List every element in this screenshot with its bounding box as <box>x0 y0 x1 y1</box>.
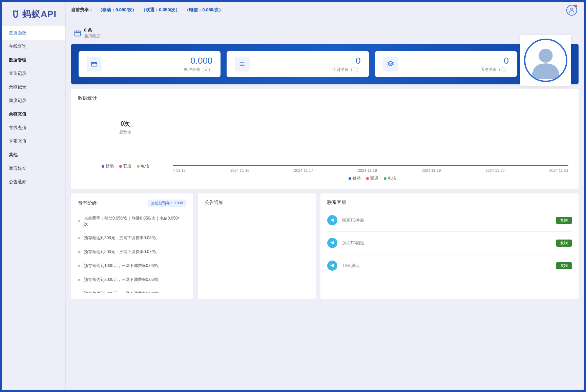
stat-balance-value: 0.000 <box>108 56 212 66</box>
legend2-unicom: 联通 <box>370 176 378 181</box>
telegram-icon <box>327 261 337 271</box>
chart-date-2: 2024-11-17 <box>294 168 313 172</box>
chart-x-axis <box>173 165 568 166</box>
stat-today-label: 今日消费（元） <box>256 67 360 73</box>
quota-label: 通用额度 <box>84 33 100 39</box>
legend2-mobile: 移动 <box>353 176 361 181</box>
rate-tier-panel: 费率阶级 当前总预存：0.000 当前费率：移动0.050/次｜联通0.050/… <box>71 193 193 299</box>
tier-item: 预存额达到5000元，三网下调费率0.04/次 <box>78 287 183 293</box>
nav-home[interactable]: 首页面板 <box>2 26 65 40</box>
calendar-icon <box>74 29 81 37</box>
quota-value: 0 条 <box>84 27 100 33</box>
nav-online-recharge[interactable]: 在线充值 <box>2 121 65 135</box>
rate-tier-badge: 当前总预存：0.000 <box>148 200 186 207</box>
contact-item-tg-service: 联系TG客服 复制 <box>327 209 572 232</box>
svg-point-12 <box>539 49 552 63</box>
stat-balance-label: 账户余额（元） <box>108 67 212 73</box>
telegram-icon <box>327 215 337 225</box>
notice-title: 公告通知 <box>205 200 309 206</box>
chart-date-1: 2024-11-16 <box>230 168 249 172</box>
list-icon <box>235 57 250 71</box>
telegram-icon <box>327 238 337 248</box>
tier-item: 当前费率：移动0.050/次｜联通0.050/次｜电信0.050/次 <box>78 211 183 231</box>
contact-label: 联系TG客服 <box>342 218 551 223</box>
chart-legend-right: 移动 联通 电信 <box>173 176 572 181</box>
svg-point-2 <box>571 8 573 10</box>
nav-online-query[interactable]: 在线查询 <box>2 40 65 53</box>
stat-banner: 0.000 账户余额（元） 0 今日消费（元） <box>71 44 579 84</box>
chart-date-0: 4-11-15 <box>173 168 186 172</box>
user-avatar-icon[interactable] <box>566 5 577 16</box>
chart-title: 数据统计 <box>78 95 572 101</box>
tier-item: 预存额达到3000元，三网下调费率0.05/次 <box>78 273 183 287</box>
stat-history: 0 历史消费（元） <box>375 51 517 77</box>
stat-today-value: 0 <box>256 56 360 66</box>
chart-date-5: 2024-11-20 <box>485 168 504 172</box>
contact-title: 联系客服 <box>327 200 572 206</box>
layers-icon <box>383 57 398 71</box>
contact-label: TG机器人 <box>342 263 551 269</box>
app-root: 蚂蚁API 首页面板 在线查询 数据管理 查询记录 余额记录 额度记录 余额充值… <box>2 2 584 390</box>
rate-telecom: （电信：0.050/次） <box>185 7 223 13</box>
rate-tier-title: 费率阶级 <box>78 200 97 206</box>
tier-item: 预存额达到500元，三网下调费率0.07/次 <box>78 245 183 259</box>
bottom-row: 费率阶级 当前总预存：0.000 当前费率：移动0.050/次｜联通0.050/… <box>71 193 579 299</box>
stat-balance: 0.000 账户余额（元） <box>79 51 221 77</box>
contact-panel: 联系客服 联系TG客服 复制 加入TG频道 复制 <box>320 193 579 299</box>
sidebar: 蚂蚁API 首页面板 在线查询 数据管理 查询记录 余额记录 额度记录 余额充值… <box>2 2 66 390</box>
logo-text: 蚂蚁API <box>22 8 56 20</box>
chart-panel: 数据统计 0次 总数据 移动 联通 电信 4-11- <box>71 89 579 189</box>
nav-announce[interactable]: 公告通知 <box>2 175 65 189</box>
chart-summary: 0次 总数据 移动 联通 电信 <box>78 106 173 183</box>
copy-button[interactable]: 复制 <box>556 217 572 224</box>
rate-unicom: （联通：0.050/次） <box>141 7 180 13</box>
chart-date-4: 2024-11-19 <box>422 168 441 172</box>
wallet-icon <box>87 57 102 71</box>
contact-item-tg-bot: TG机器人 复制 <box>327 254 572 277</box>
nav-card-recharge[interactable]: 卡密充值 <box>2 135 65 148</box>
profile-avatar-card <box>520 35 571 86</box>
legend2-telecom: 电信 <box>388 176 396 181</box>
nav-invite[interactable]: 邀请好友 <box>2 162 65 175</box>
nav-balance-records[interactable]: 余额记录 <box>2 80 65 94</box>
tier-item: 预存额达到300元，三网下调费率0.08/次 <box>78 231 183 245</box>
nav-section-recharge: 余额充值 <box>2 107 65 121</box>
rate-mobile: （移动：0.050/次） <box>98 7 137 13</box>
ant-logo-icon <box>11 9 20 19</box>
contact-label: 加入TG频道 <box>342 240 551 246</box>
chart-date-3: 2024-11-18 <box>358 168 377 172</box>
stat-history-value: 0 <box>404 56 509 66</box>
stat-history-label: 历史消费（元） <box>404 67 509 73</box>
legend-telecom: 电信 <box>141 164 149 168</box>
chart-total-value: 0次 <box>121 120 130 128</box>
logo: 蚂蚁API <box>2 2 65 26</box>
svg-rect-7 <box>91 62 97 66</box>
profile-avatar-icon <box>524 39 567 82</box>
copy-button[interactable]: 复制 <box>556 262 572 269</box>
nav-query-records[interactable]: 查询记录 <box>2 67 65 80</box>
chart-total-label: 总数据 <box>119 129 131 135</box>
chart-date-6: 2024-11-21 <box>549 168 568 172</box>
nav-section-data: 数据管理 <box>2 53 65 67</box>
nav-quota-records[interactable]: 额度记录 <box>2 94 65 107</box>
svg-rect-3 <box>75 31 81 36</box>
content: 0 条 通用额度 0.000 账户余额（元） <box>66 18 584 303</box>
quota-row: 0 条 通用额度 <box>71 22 579 44</box>
copy-button[interactable]: 复制 <box>556 240 572 247</box>
chart-legend-left: 移动 联通 电信 <box>102 163 149 169</box>
notice-panel: 公告通知 <box>198 193 316 299</box>
legend-mobile: 移动 <box>106 164 114 168</box>
nav-section-other: 其他 <box>2 148 65 162</box>
header: 当前费率： （移动：0.050/次） （联通：0.050/次） （电信：0.05… <box>66 2 584 18</box>
tier-item: 预存额达到1000元，三网下调费率0.06/次 <box>78 259 183 273</box>
legend-unicom: 联通 <box>123 164 131 168</box>
header-rate-label: 当前费率： <box>71 7 93 13</box>
main-content: 当前费率： （移动：0.050/次） （联通：0.050/次） （电信：0.05… <box>66 2 584 390</box>
contact-item-tg-channel: 加入TG频道 复制 <box>327 232 572 254</box>
chart-area: 4-11-15 2024-11-16 2024-11-17 2024-11-18… <box>173 106 572 177</box>
tier-list[interactable]: 当前费率：移动0.050/次｜联通0.050/次｜电信0.050/次 预存额达到… <box>78 211 186 293</box>
svg-point-1 <box>17 10 19 12</box>
stat-today: 0 今日消费（元） <box>227 51 369 77</box>
svg-point-0 <box>13 10 15 12</box>
chart-dates: 4-11-15 2024-11-16 2024-11-17 2024-11-18… <box>173 168 568 172</box>
